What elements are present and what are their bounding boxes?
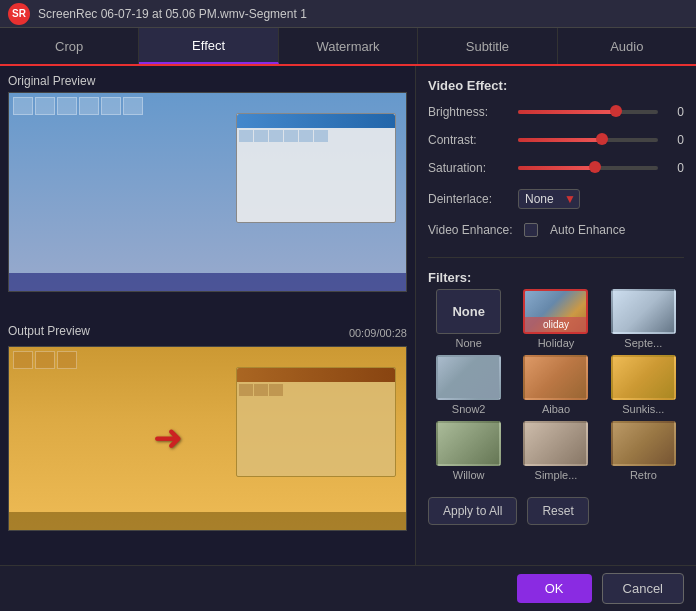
filter-label-septe: Septe...: [624, 337, 662, 349]
window-title: ScreenRec 06-07-19 at 05.06 PM.wmv-Segme…: [38, 7, 307, 21]
filter-simple[interactable]: Simple...: [515, 421, 596, 481]
tab-crop[interactable]: Crop: [0, 28, 139, 64]
filter-thumb-aibao: [523, 355, 588, 400]
saturation-label: Saturation:: [428, 161, 518, 175]
tab-effect[interactable]: Effect: [139, 28, 278, 64]
filter-thumb-retro: [611, 421, 676, 466]
video-enhance-row: Video Enhance: Auto Enhance: [428, 223, 684, 237]
orig-window-sim: [236, 113, 396, 223]
tab-bar: Crop Effect Watermark Subtitle Audio: [0, 28, 696, 66]
logo-text: SR: [12, 8, 26, 19]
filter-sunkis[interactable]: Sunkis...: [603, 355, 684, 415]
filters-grid: None None oliday Holiday Septe...: [428, 289, 684, 481]
orig-window-titlebar: [237, 114, 395, 128]
orig-icon-5: [101, 97, 121, 115]
saturation-row: Saturation: 0: [428, 161, 684, 175]
brightness-thumb[interactable]: [610, 105, 622, 117]
filter-septe[interactable]: Septe...: [603, 289, 684, 349]
brightness-slider-container: 0: [518, 105, 684, 119]
original-preview-image: [8, 92, 407, 292]
contrast-slider-container: 0: [518, 133, 684, 147]
contrast-value: 0: [666, 133, 684, 147]
output-preview-time: 00:09/00:28: [349, 327, 407, 339]
orig-icon-4: [79, 97, 99, 115]
title-bar: SR ScreenRec 06-07-19 at 05.06 PM.wmv-Se…: [0, 0, 696, 28]
brightness-fill: [518, 110, 616, 114]
filter-label-snow2: Snow2: [452, 403, 486, 415]
out-window-sim: [236, 367, 396, 477]
filter-thumb-none: None: [436, 289, 501, 334]
left-panel: Original Preview: [0, 66, 415, 611]
filters-section: Filters: None None oliday Holiday: [428, 270, 684, 481]
cancel-button[interactable]: Cancel: [602, 573, 684, 604]
out-window-titlebar: [237, 368, 395, 382]
filters-title: Filters:: [428, 270, 684, 285]
tab-subtitle[interactable]: Subtitle: [418, 28, 557, 64]
original-preview-label: Original Preview: [8, 74, 407, 88]
file-4: [284, 130, 298, 142]
filter-thumb-willow: [436, 421, 501, 466]
contrast-fill: [518, 138, 602, 142]
deinterlace-dropdown-wrapper: None Linear Yadif ▼: [518, 189, 580, 209]
file-6: [314, 130, 328, 142]
orig-icon-1: [13, 97, 33, 115]
filter-none-text: None: [452, 304, 485, 319]
filter-label-simple: Simple...: [535, 469, 578, 481]
filter-label-willow: Willow: [453, 469, 485, 481]
filter-aibao[interactable]: Aibao: [515, 355, 596, 415]
saturation-value: 0: [666, 161, 684, 175]
output-preview-label: Output Preview: [8, 324, 90, 338]
filter-thumb-simple: [523, 421, 588, 466]
contrast-thumb[interactable]: [596, 133, 608, 145]
filter-label-retro: Retro: [630, 469, 657, 481]
deinterlace-select[interactable]: None Linear Yadif: [518, 189, 580, 209]
file-3: [269, 130, 283, 142]
filter-holiday[interactable]: oliday Holiday: [515, 289, 596, 349]
saturation-thumb[interactable]: [589, 161, 601, 173]
filter-snow2[interactable]: Snow2: [428, 355, 509, 415]
apply-to-all-button[interactable]: Apply to All: [428, 497, 517, 525]
original-preview-section: Original Preview: [8, 74, 407, 318]
out-file-1: [239, 384, 253, 396]
output-desktop-sim: ➜: [9, 347, 406, 530]
saturation-track[interactable]: [518, 166, 658, 170]
filter-label-sunkis: Sunkis...: [622, 403, 664, 415]
tab-audio[interactable]: Audio: [558, 28, 696, 64]
output-preview-section: Output Preview 00:09/00:28 ➜: [8, 324, 407, 568]
reset-button[interactable]: Reset: [527, 497, 588, 525]
brightness-track[interactable]: [518, 110, 658, 114]
filter-willow[interactable]: Willow: [428, 421, 509, 481]
saturation-slider-container: 0: [518, 161, 684, 175]
deinterlace-row: Deinterlace: None Linear Yadif ▼: [428, 189, 684, 209]
contrast-label: Contrast:: [428, 133, 518, 147]
filter-label-none: None: [456, 337, 482, 349]
contrast-track[interactable]: [518, 138, 658, 142]
auto-enhance-label: Auto Enhance: [550, 223, 625, 237]
orig-icon-6: [123, 97, 143, 115]
divider-1: [428, 257, 684, 258]
output-arrow-overlay: ➜: [153, 417, 183, 459]
right-panel: Video Effect: Brightness: 0 Contrast: 0: [415, 66, 696, 611]
filter-retro[interactable]: Retro: [603, 421, 684, 481]
filter-thumb-septe: [611, 289, 676, 334]
ok-button[interactable]: OK: [517, 574, 592, 603]
file-1: [239, 130, 253, 142]
out-icon-2: [35, 351, 55, 369]
orig-taskbar: [9, 273, 406, 291]
main-content: Original Preview: [0, 66, 696, 611]
filter-thumb-snow2: [436, 355, 501, 400]
filter-label-holiday: Holiday: [538, 337, 575, 349]
auto-enhance-checkbox[interactable]: [524, 223, 538, 237]
filter-none[interactable]: None None: [428, 289, 509, 349]
video-enhance-label: Video Enhance:: [428, 223, 518, 237]
tab-watermark[interactable]: Watermark: [279, 28, 418, 64]
action-row: Apply to All Reset: [428, 497, 684, 525]
brightness-value: 0: [666, 105, 684, 119]
filter-thumb-holiday: oliday: [523, 289, 588, 334]
filter-label-aibao: Aibao: [542, 403, 570, 415]
original-desktop-sim: [9, 93, 406, 291]
video-effect-title: Video Effect:: [428, 78, 684, 93]
orig-icon-2: [35, 97, 55, 115]
brightness-label: Brightness:: [428, 105, 518, 119]
file-2: [254, 130, 268, 142]
